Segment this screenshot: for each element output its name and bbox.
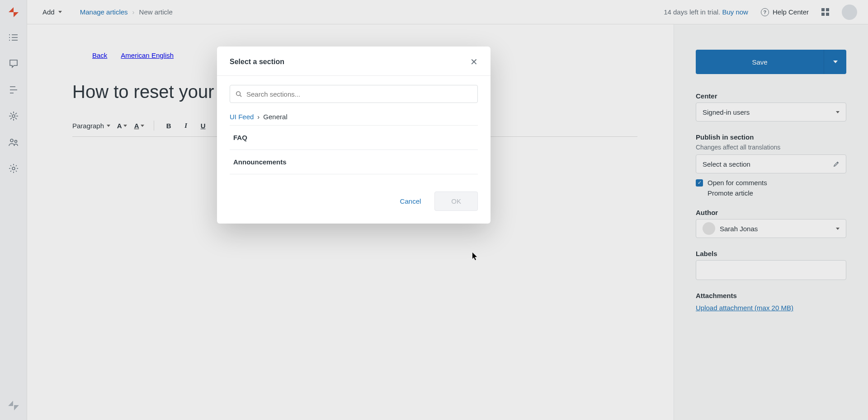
cancel-button[interactable]: Cancel — [391, 191, 430, 211]
ok-button[interactable]: OK — [434, 191, 478, 211]
search-sections-box[interactable] — [230, 85, 478, 103]
svg-point-4 — [236, 92, 241, 96]
modal-body: UI Feed › General FAQ Announcements — [217, 76, 491, 179]
section-select-modal: Select a section ✕ UI Feed › General FAQ… — [217, 47, 491, 224]
modal-footer: Cancel OK — [217, 179, 491, 224]
section-item-announcements[interactable]: Announcements — [230, 150, 478, 174]
modal-title: Select a section — [230, 58, 284, 66]
close-icon[interactable]: ✕ — [470, 57, 478, 66]
section-item-faq[interactable]: FAQ — [230, 126, 478, 150]
chevron-right-icon: › — [257, 113, 259, 121]
modal-breadcrumb-current: General — [263, 113, 287, 121]
modal-breadcrumb-root[interactable]: UI Feed — [230, 113, 254, 121]
cursor-icon — [472, 252, 478, 261]
search-icon — [236, 91, 242, 97]
section-list: FAQ Announcements — [230, 125, 478, 174]
modal-header: Select a section ✕ — [217, 47, 491, 76]
search-input[interactable] — [246, 90, 472, 98]
modal-breadcrumb: UI Feed › General — [230, 113, 478, 121]
